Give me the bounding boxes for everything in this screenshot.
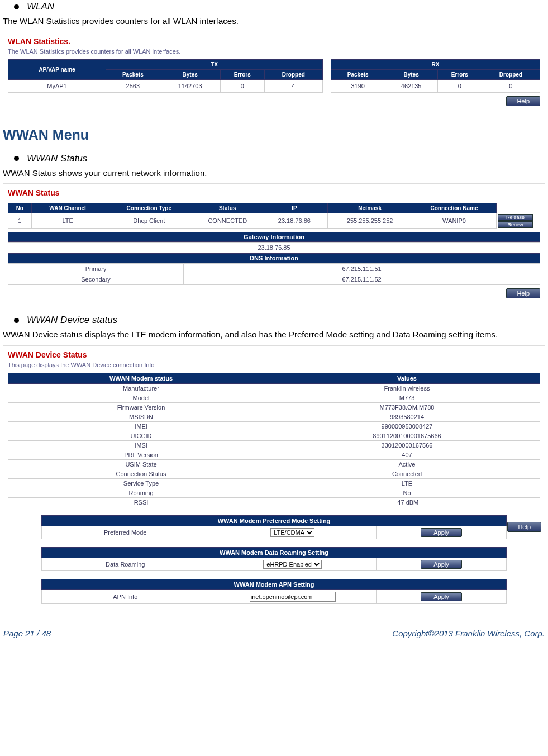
apn-table: WWAN Modem APN Setting APN Info Apply: [41, 579, 507, 604]
cell-no: 1: [8, 213, 32, 229]
cell-rxd: 0: [482, 79, 540, 92]
table-row: USIM StateActive: [8, 459, 540, 469]
dns-secondary-label: Secondary: [8, 274, 184, 285]
col-dropped: Dropped: [264, 69, 322, 79]
table-row: PRL Version407: [8, 450, 540, 459]
cell-txp: 2563: [106, 79, 160, 92]
cell-channel: LTE: [31, 213, 104, 229]
col-no: No: [8, 203, 32, 213]
col-bytes: Bytes: [160, 69, 220, 79]
data-roaming-label: Data Roaming: [42, 558, 209, 570]
wwan-device-subtext: This page displays the WWAN Device conne…: [8, 362, 540, 368]
heading-wwan-status-label: WWAN Status: [27, 153, 87, 164]
modem-value: 407: [274, 450, 540, 459]
bullet-icon: [14, 156, 19, 161]
data-roaming-select[interactable]: eHRPD Enabled: [263, 560, 322, 569]
cell-conn-type: Dhcp Client: [104, 213, 194, 229]
table-row: ManufacturerFranklin wireless: [8, 383, 540, 393]
modem-value: -47 dBM: [274, 497, 540, 507]
preferred-mode-select[interactable]: LTE/CDMA: [270, 528, 314, 537]
apn-input[interactable]: [250, 592, 336, 602]
cell-status: CONNECTED: [194, 213, 261, 229]
table-row: Data Roaming eHRPD Enabled Apply: [42, 558, 507, 570]
cell-conn-name: WANIP0: [412, 213, 497, 229]
preferred-mode-table: WWAN Modem Preferred Mode Setting Prefer…: [41, 515, 507, 539]
cell-ip: 23.18.76.86: [261, 213, 328, 229]
help-button[interactable]: Help: [507, 522, 541, 532]
table-row: Preferred Mode LTE/CDMA Apply: [42, 526, 507, 539]
apply-button[interactable]: Apply: [421, 592, 462, 601]
wlan-stats-subtext: The WLAN Statistics provides counters fo…: [8, 48, 540, 55]
col-apvap: AP/VAP name: [8, 59, 106, 79]
help-button[interactable]: Help: [506, 288, 540, 298]
data-roaming-header: WWAN Modem Data Roaming Setting: [42, 547, 507, 558]
modem-value: No: [274, 488, 540, 497]
wwan-device-title: WWAN Device Status: [8, 350, 540, 359]
table-row: ModelM773: [8, 393, 540, 402]
dns-secondary-value: 67.215.111.52: [184, 274, 540, 285]
text-wwan-device-desc: WWAN Device status displays the LTE mode…: [3, 327, 545, 343]
screenshot-wwan-device: WWAN Device Status This page displays th…: [3, 345, 545, 612]
table-row: Primary67.215.111.51: [8, 264, 540, 274]
footer-page: Page 21 / 48: [3, 629, 51, 638]
apply-button[interactable]: Apply: [421, 528, 462, 537]
col-conn-name: Connection Name: [412, 203, 497, 213]
modem-value: Active: [274, 459, 540, 469]
col-bytes: Bytes: [385, 69, 437, 79]
modem-key: PRL Version: [8, 450, 274, 459]
screenshot-wwan-status: WWAN Status No WAN Channel Connection Ty…: [3, 183, 545, 303]
modem-key: Firmware Version: [8, 402, 274, 412]
renew-button[interactable]: Renew: [498, 221, 533, 228]
col-channel: WAN Channel: [31, 203, 104, 213]
modem-value: 330120000167566: [274, 440, 540, 450]
heading-wlan: WLAN: [14, 1, 545, 12]
modem-value: Franklin wireless: [274, 383, 540, 393]
col-dropped: Dropped: [482, 69, 540, 79]
page-footer: Page 21 / 48 Copyright©2013 Franklin Wir…: [3, 625, 545, 638]
bullet-icon: [14, 318, 19, 323]
col-ip: IP: [261, 203, 328, 213]
wwan-modem-table: WWAN Modem status Values ManufacturerFra…: [8, 373, 540, 507]
table-row: Service TypeLTE: [8, 478, 540, 488]
preferred-mode-label: Preferred Mode: [42, 526, 209, 539]
modem-value: 89011200100001675666: [274, 431, 540, 440]
heading-wwan-menu: WWAN Menu: [3, 127, 545, 143]
table-row: IMEI990000950008427: [8, 421, 540, 431]
table-row: Connection StatusConnected: [8, 469, 540, 478]
cell-rxp: 3190: [331, 79, 385, 92]
modem-key: IMSI: [8, 440, 274, 450]
table-row: RoamingNo: [8, 488, 540, 497]
col-rx: RX: [331, 59, 540, 69]
modem-key: RSSI: [8, 497, 274, 507]
table-row: Secondary67.215.111.52: [8, 274, 540, 285]
modem-value: M773F38.OM.M788: [274, 402, 540, 412]
release-button[interactable]: Release: [498, 214, 533, 221]
cell-netmask: 255.255.255.252: [328, 213, 412, 229]
wwan-status-table: No WAN Channel Connection Type Status IP…: [8, 203, 540, 229]
col-modem-status: WWAN Modem status: [8, 373, 274, 383]
footer-copyright: Copyright©2013 Franklin Wireless, Corp.: [392, 629, 545, 638]
table-row: IMSI330120000167566: [8, 440, 540, 450]
apply-button[interactable]: Apply: [421, 560, 462, 569]
modem-value: 9393580214: [274, 412, 540, 421]
table-row: 1 LTE Dhcp Client CONNECTED 23.18.76.86 …: [8, 213, 540, 229]
col-values: Values: [274, 373, 540, 383]
help-button[interactable]: Help: [506, 96, 540, 106]
gateway-value: 23.18.76.85: [8, 243, 540, 253]
dns-header: DNS Information: [8, 253, 540, 263]
col-netmask: Netmask: [328, 203, 412, 213]
data-roaming-table: WWAN Modem Data Roaming Setting Data Roa…: [41, 547, 507, 571]
col-conn-type: Connection Type: [104, 203, 194, 213]
col-errors: Errors: [437, 69, 482, 79]
modem-value: Connected: [274, 469, 540, 478]
cell-rxe: 0: [437, 79, 482, 92]
table-row: MSISDN9393580214: [8, 412, 540, 421]
wwan-status-title: WWAN Status: [8, 188, 540, 197]
wlan-stats-table: AP/VAP name TX RX Packets Bytes Errors D…: [8, 59, 540, 93]
cell-txd: 4: [264, 79, 322, 92]
modem-key: Model: [8, 393, 274, 402]
apn-header: WWAN Modem APN Setting: [42, 579, 507, 589]
cell-txe: 0: [220, 79, 264, 92]
dns-primary-value: 67.215.111.51: [184, 264, 540, 274]
cell-txb: 1142703: [160, 79, 220, 92]
